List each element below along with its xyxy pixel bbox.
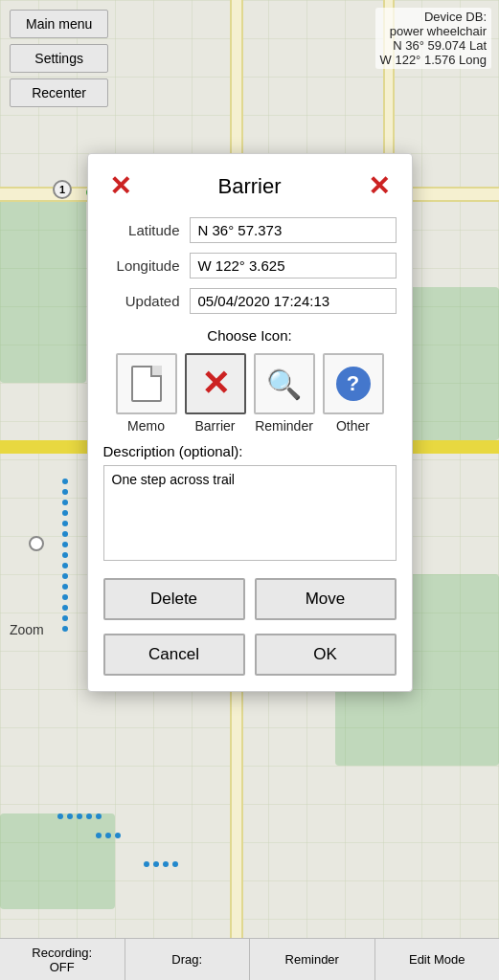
icon-box-memo[interactable] <box>116 353 177 414</box>
icon-box-reminder[interactable]: 🔍 <box>254 353 315 414</box>
barrier-modal: ✕ Barrier ✕ Latitude N 36° 57.373 Longit… <box>87 153 413 692</box>
modal-overlay: ✕ Barrier ✕ Latitude N 36° 57.373 Longit… <box>0 0 499 980</box>
longitude-label: Longitude <box>103 257 180 274</box>
close-left-button[interactable]: ✕ <box>103 169 138 204</box>
delete-move-row: Delete Move <box>103 578 397 620</box>
icon-cell-memo: Memo <box>116 353 177 434</box>
memo-icon <box>131 366 162 402</box>
longitude-row: Longitude W 122° 3.625 <box>103 253 397 278</box>
delete-button[interactable]: Delete <box>103 578 245 620</box>
ok-button[interactable]: OK <box>255 634 397 676</box>
reminder-label: Reminder <box>255 418 313 434</box>
description-textarea[interactable]: One step across trail <box>103 465 397 561</box>
icon-box-other[interactable]: ? <box>323 353 384 414</box>
modal-header: ✕ Barrier ✕ <box>103 169 397 204</box>
close-left-icon: ✕ <box>109 173 131 200</box>
barrier-label: Barrier <box>194 418 235 434</box>
latitude-label: Latitude <box>103 222 180 238</box>
icon-cell-barrier: ✕ Barrier <box>185 353 246 434</box>
latitude-row: Latitude N 36° 57.373 <box>103 217 397 243</box>
longitude-value: W 122° 3.625 <box>190 253 397 278</box>
close-right-button[interactable]: ✕ <box>362 169 397 204</box>
updated-label: Updated <box>103 293 180 309</box>
icon-box-barrier[interactable]: ✕ <box>185 353 246 414</box>
close-right-icon: ✕ <box>368 173 390 200</box>
barrier-icon: ✕ <box>201 367 230 401</box>
latitude-value: N 36° 57.373 <box>190 217 397 243</box>
updated-row: Updated 05/04/2020 17:24:13 <box>103 288 397 314</box>
cancel-button[interactable]: Cancel <box>103 634 245 676</box>
cancel-ok-row: Cancel OK <box>103 634 397 676</box>
move-button[interactable]: Move <box>255 578 397 620</box>
description-label: Description (optional): <box>103 443 397 459</box>
choose-icon-label: Choose Icon: <box>103 327 397 344</box>
other-label: Other <box>336 418 370 434</box>
icon-cell-reminder: 🔍 Reminder <box>254 353 315 434</box>
other-icon: ? <box>336 367 371 401</box>
reminder-icon: 🔍 <box>266 368 302 401</box>
icon-grid: Memo ✕ Barrier 🔍 Reminder ? <box>103 353 397 434</box>
updated-value: 05/04/2020 17:24:13 <box>190 288 397 314</box>
icon-cell-other: ? Other <box>323 353 384 434</box>
modal-title: Barrier <box>138 174 362 199</box>
memo-label: Memo <box>127 418 165 434</box>
